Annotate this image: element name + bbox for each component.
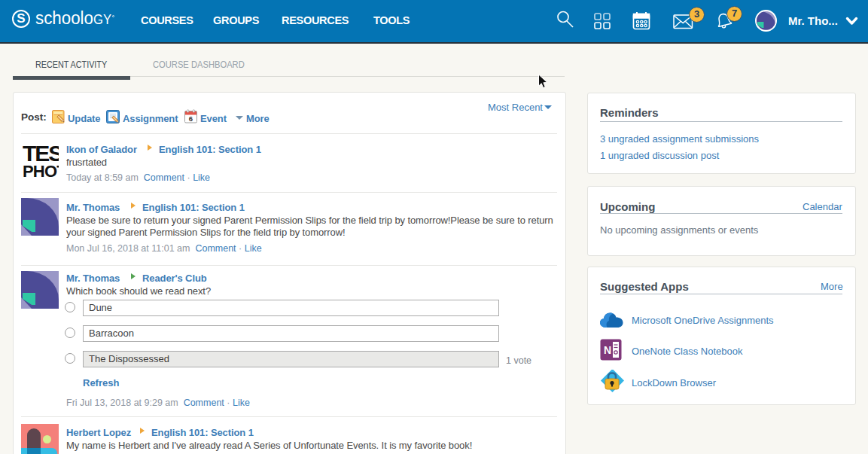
svg-text:N: N: [604, 344, 611, 356]
svg-text:6: 6: [189, 114, 193, 123]
